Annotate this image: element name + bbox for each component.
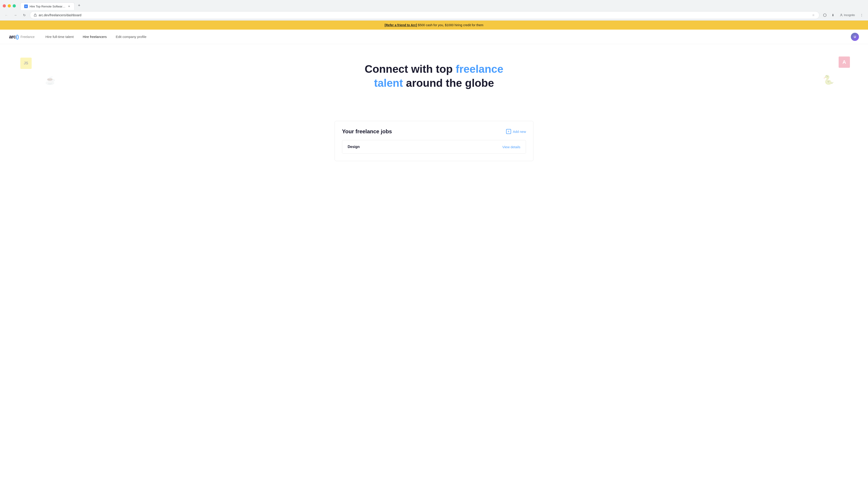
tabs-bar: A Hire Top Remote Software Dev... ✕ + bbox=[18, 2, 86, 10]
puzzle-icon bbox=[823, 13, 827, 17]
logo-product: Freelance bbox=[21, 35, 35, 39]
section-title: Your freelance jobs bbox=[342, 128, 392, 135]
svg-rect-0 bbox=[34, 15, 37, 16]
browser-chrome: A Hire Top Remote Software Dev... ✕ + ← … bbox=[0, 0, 868, 21]
logo-area[interactable]: arc() Freelance bbox=[9, 34, 35, 40]
url-input[interactable] bbox=[39, 13, 809, 17]
promo-text: $500 cash for you, $1000 hiring credit f… bbox=[417, 23, 483, 27]
address-icons: ☆ bbox=[811, 13, 815, 18]
browser-actions: ⬇ Incognito ⋮ bbox=[821, 11, 865, 19]
new-tab-button[interactable]: + bbox=[75, 2, 83, 9]
browser-tab[interactable]: A Hire Top Remote Software Dev... ✕ bbox=[20, 2, 74, 10]
incognito-label: Incognito bbox=[844, 13, 855, 17]
tab-close-button[interactable]: ✕ bbox=[67, 4, 71, 8]
hero-title: Connect with top freelance talent around… bbox=[355, 62, 513, 90]
address-bar[interactable]: ☆ bbox=[30, 11, 819, 19]
tab-favicon: A bbox=[24, 4, 28, 8]
forward-button[interactable]: → bbox=[12, 11, 19, 19]
hero-title-part1: Connect with top bbox=[365, 63, 456, 75]
plus-icon: + bbox=[506, 129, 511, 134]
freelance-jobs-section: Your freelance jobs + Add new Design Vie… bbox=[335, 121, 533, 161]
window-maximize-button[interactable] bbox=[13, 4, 16, 7]
main-nav: arc() Freelance Hire full-time talent Hi… bbox=[0, 30, 868, 44]
promo-banner: [Refer a friend to Arc] $500 cash for yo… bbox=[0, 21, 868, 30]
job-item: Design View details bbox=[342, 140, 526, 154]
js-icon: JS bbox=[20, 58, 32, 69]
main-content: Your freelance jobs + Add new Design Vie… bbox=[326, 121, 542, 179]
back-button[interactable]: ← bbox=[3, 11, 10, 19]
add-new-button[interactable]: + Add new bbox=[506, 129, 526, 134]
angular-icon: A bbox=[839, 57, 850, 68]
hero-section: JS A ☕ 🐍 Connect with top freelance tale… bbox=[0, 44, 868, 121]
hero-title-part2: around the globe bbox=[403, 77, 494, 89]
incognito-badge: Incognito bbox=[837, 13, 857, 18]
svg-point-1 bbox=[841, 14, 842, 15]
window-minimize-button[interactable] bbox=[8, 4, 11, 7]
tab-title: Hire Top Remote Software Dev... bbox=[30, 5, 65, 8]
refresh-button[interactable]: ↻ bbox=[21, 11, 28, 19]
nav-edit-company[interactable]: Edit company profile bbox=[116, 35, 147, 39]
nav-hire-freelancers[interactable]: Hire freelancers bbox=[83, 35, 107, 39]
python-icon: 🐍 bbox=[823, 74, 834, 85]
incognito-icon bbox=[840, 13, 843, 17]
view-details-link[interactable]: View details bbox=[502, 145, 520, 149]
bookmark-icon[interactable]: ☆ bbox=[811, 13, 815, 18]
section-header: Your freelance jobs + Add new bbox=[342, 128, 526, 135]
promo-link[interactable]: [Refer a friend to Arc] bbox=[385, 23, 417, 27]
menu-button[interactable]: ⋮ bbox=[858, 11, 865, 19]
browser-toolbar: ← → ↻ ☆ ⬇ In bbox=[0, 10, 868, 20]
lock-icon bbox=[34, 13, 37, 17]
window-controls bbox=[3, 4, 16, 7]
nav-links: Hire full-time talent Hire freelancers E… bbox=[45, 35, 851, 39]
logo: arc() bbox=[9, 34, 19, 40]
extensions-button[interactable] bbox=[821, 11, 829, 19]
user-avatar[interactable]: U bbox=[851, 33, 859, 41]
java-icon: ☕ bbox=[45, 76, 55, 85]
nav-hire-fulltime[interactable]: Hire full-time talent bbox=[45, 35, 74, 39]
add-new-label: Add new bbox=[513, 130, 526, 133]
browser-titlebar: A Hire Top Remote Software Dev... ✕ + bbox=[0, 0, 868, 10]
page-footer-spacer bbox=[0, 179, 868, 224]
window-close-button[interactable] bbox=[3, 4, 6, 7]
job-name: Design bbox=[348, 145, 360, 149]
download-button[interactable]: ⬇ bbox=[829, 11, 837, 19]
